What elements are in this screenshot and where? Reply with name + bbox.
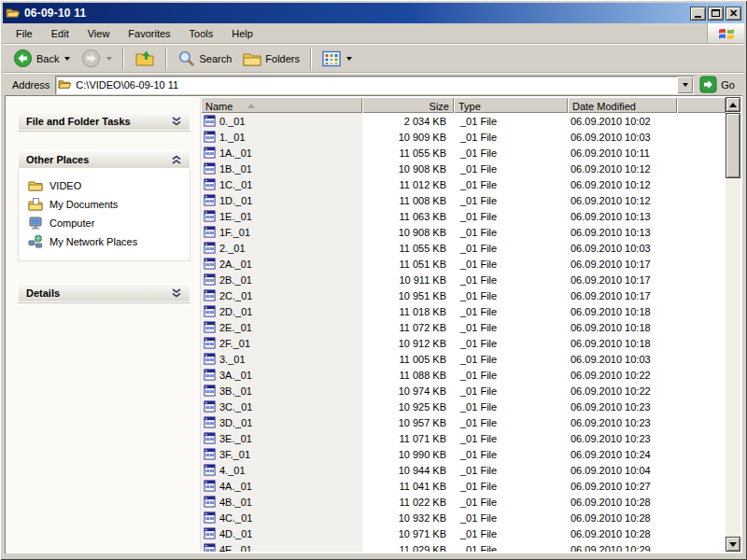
menu-item-help[interactable]: Help xyxy=(222,25,262,42)
scrollbar-thumb[interactable] xyxy=(726,113,740,178)
minimize-button[interactable] xyxy=(690,7,706,21)
file-row[interactable]: 0._012 034 KB_01 File06.09.2010 10:02 xyxy=(201,113,726,129)
file-type: _01 File xyxy=(454,465,568,476)
sidebar-item-computer[interactable]: Computer xyxy=(28,214,186,232)
panel-header-file-and-folder-tasks[interactable]: File and Folder Tasks xyxy=(18,112,190,131)
back-label: Back xyxy=(36,53,59,64)
file-date-modified: 06.09.2010 10:13 xyxy=(568,227,726,238)
file-row[interactable]: 4._0110 944 KB_01 File06.09.2010 10:04 xyxy=(201,462,726,478)
address-input[interactable]: C:\VIDEO\06-09-10 11 xyxy=(55,76,694,94)
file-row[interactable]: 2._0111 055 KB_01 File06.09.2010 10:03 xyxy=(201,240,726,256)
file-row[interactable]: 2C._0110 951 KB_01 File06.09.2010 10:17 xyxy=(201,287,726,303)
file-row[interactable]: 4E._0111 029 KB_01 File06.09.2010 10:29 xyxy=(201,541,726,552)
file-size: 11 051 KB xyxy=(362,259,454,270)
file-row[interactable]: 2F._0110 912 KB_01 File06.09.2010 10:18 xyxy=(201,335,726,351)
file-row[interactable]: 2D._0111 018 KB_01 File06.09.2010 10:18 xyxy=(201,303,726,319)
chevron-double-down-icon[interactable] xyxy=(171,116,182,127)
column-label: Type xyxy=(458,101,481,112)
file-icon xyxy=(204,480,216,492)
menu-item-view[interactable]: View xyxy=(78,25,120,42)
file-icon xyxy=(204,369,216,381)
up-button[interactable] xyxy=(130,46,160,71)
chevron-double-down-icon[interactable] xyxy=(171,287,182,299)
panel-title: File and Folder Tasks xyxy=(26,116,131,127)
file-row[interactable]: 2B._0110 911 KB_01 File06.09.2010 10:17 xyxy=(201,272,726,287)
vertical-scrollbar[interactable] xyxy=(726,97,740,552)
file-row[interactable]: 1F._0110 908 KB_01 File06.09.2010 10:13 xyxy=(201,224,726,240)
file-name: 2E._01 xyxy=(219,322,252,333)
folders-icon xyxy=(243,50,261,67)
back-dropdown-icon[interactable] xyxy=(64,57,70,61)
file-name-cell: 1D._01 xyxy=(201,194,362,206)
sidebar-item-my-documents[interactable]: My Documents xyxy=(28,195,186,214)
file-row[interactable]: 1C._0111 012 KB_01 File06.09.2010 10:12 xyxy=(201,176,726,192)
file-row[interactable]: 3A._0111 088 KB_01 File06.09.2010 10:22 xyxy=(201,367,726,383)
file-icon xyxy=(204,131,216,143)
panel-header-details[interactable]: Details xyxy=(18,284,190,302)
chevron-double-up-icon[interactable] xyxy=(171,154,182,165)
file-row[interactable]: 3B._0110 974 KB_01 File06.09.2010 10:22 xyxy=(201,383,726,399)
file-row[interactable]: 1E._0111 063 KB_01 File06.09.2010 10:13 xyxy=(201,208,726,224)
scroll-up-button[interactable] xyxy=(726,97,740,112)
folders-button[interactable]: Folders xyxy=(238,46,304,71)
maximize-button[interactable] xyxy=(708,7,724,21)
column-header-date-modified[interactable]: Date Modified xyxy=(568,97,677,113)
file-name: 1B._01 xyxy=(219,163,252,175)
window-title: 06-09-10 11 xyxy=(24,7,86,20)
back-button[interactable]: Back xyxy=(8,46,75,71)
folder-up-icon xyxy=(134,49,155,68)
address-dropdown-button[interactable] xyxy=(677,77,693,93)
file-row[interactable]: 3F._0110 990 KB_01 File06.09.2010 10:24 xyxy=(201,446,726,462)
file-name-cell: 3B._01 xyxy=(201,385,362,397)
go-button[interactable]: Go xyxy=(699,76,739,93)
file-row[interactable]: 2E._0111 072 KB_01 File06.09.2010 10:18 xyxy=(201,319,726,335)
file-row[interactable]: 1B._0110 908 KB_01 File06.09.2010 10:12 xyxy=(201,161,726,176)
file-row[interactable]: 1A._0111 055 KB_01 File06.09.2010 10:11 xyxy=(201,145,726,161)
menu-item-favorites[interactable]: Favorites xyxy=(119,25,179,42)
menu-item-file[interactable]: File xyxy=(7,25,42,42)
file-name-cell: 1C._01 xyxy=(201,178,362,190)
file-size: 10 911 KB xyxy=(362,274,454,286)
file-row[interactable]: 1._0110 909 KB_01 File06.09.2010 10:03 xyxy=(201,129,726,145)
file-icon xyxy=(204,147,216,159)
file-date-modified: 06.09.2010 10:04 xyxy=(568,465,726,476)
file-type: _01 File xyxy=(454,163,568,175)
file-row[interactable]: 1D._0111 008 KB_01 File06.09.2010 10:12 xyxy=(201,192,726,208)
sidebar-item-video[interactable]: VIDEO xyxy=(28,176,186,195)
file-icon xyxy=(204,115,216,127)
scroll-down-button[interactable] xyxy=(726,537,740,552)
sidebar-item-my-network-places[interactable]: My Network Places xyxy=(28,232,186,251)
file-row[interactable]: 3C._0110 925 KB_01 File06.09.2010 10:23 xyxy=(201,399,726,414)
views-dropdown-icon[interactable] xyxy=(346,57,352,61)
column-header-type[interactable]: Type xyxy=(454,97,568,113)
close-button[interactable]: ✕ xyxy=(726,7,741,21)
panel-header-other-places[interactable]: Other Places xyxy=(18,150,190,169)
file-row[interactable]: 4D._0110 971 KB_01 File06.09.2010 10:28 xyxy=(201,525,726,541)
file-icon xyxy=(204,448,216,460)
file-icon xyxy=(204,194,216,206)
file-size: 10 944 KB xyxy=(362,465,454,476)
file-icon xyxy=(204,400,216,413)
column-header-name[interactable]: Name xyxy=(201,97,362,113)
file-date-modified: 06.09.2010 10:12 xyxy=(568,179,726,190)
file-row[interactable]: 2A._0111 051 KB_01 File06.09.2010 10:17 xyxy=(201,256,726,272)
menu-item-edit[interactable]: Edit xyxy=(42,25,78,42)
title-bar[interactable]: 06-09-10 11 ✕ xyxy=(3,3,744,23)
file-row[interactable]: 3D._0110 957 KB_01 File06.09.2010 10:23 xyxy=(201,414,726,430)
file-name: 4D._01 xyxy=(219,528,252,539)
file-row[interactable]: 3E._0111 071 KB_01 File06.09.2010 10:23 xyxy=(201,430,726,446)
views-button[interactable] xyxy=(317,46,357,71)
file-size: 2 034 KB xyxy=(362,116,454,127)
menu-item-tools[interactable]: Tools xyxy=(180,25,223,42)
sidebar: File and Folder Tasks Other Places VIDEO… xyxy=(7,97,201,552)
search-button[interactable]: Search xyxy=(173,46,236,71)
forward-button[interactable] xyxy=(77,46,117,71)
file-date-modified: 06.09.2010 10:23 xyxy=(568,417,726,428)
address-label: Address xyxy=(12,79,49,91)
file-row[interactable]: 4B._0111 022 KB_01 File06.09.2010 10:28 xyxy=(201,494,726,510)
file-row[interactable]: 4A._0111 041 KB_01 File06.09.2010 10:27 xyxy=(201,478,726,494)
file-row[interactable]: 3._0111 005 KB_01 File06.09.2010 10:03 xyxy=(201,351,726,367)
file-row[interactable]: 4C._0110 932 KB_01 File06.09.2010 10:28 xyxy=(201,510,726,525)
sidebar-item-label: My Network Places xyxy=(49,236,137,247)
column-header-size[interactable]: Size xyxy=(362,97,454,113)
